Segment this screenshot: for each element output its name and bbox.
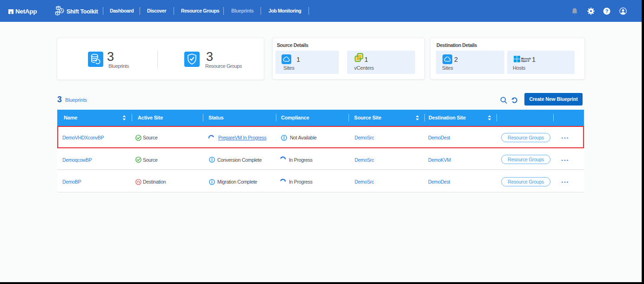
- svg-text:?: ?: [605, 8, 608, 14]
- svg-text:Hyper-V: Hyper-V: [521, 60, 530, 62]
- svg-text:Microsoft: Microsoft: [521, 58, 531, 60]
